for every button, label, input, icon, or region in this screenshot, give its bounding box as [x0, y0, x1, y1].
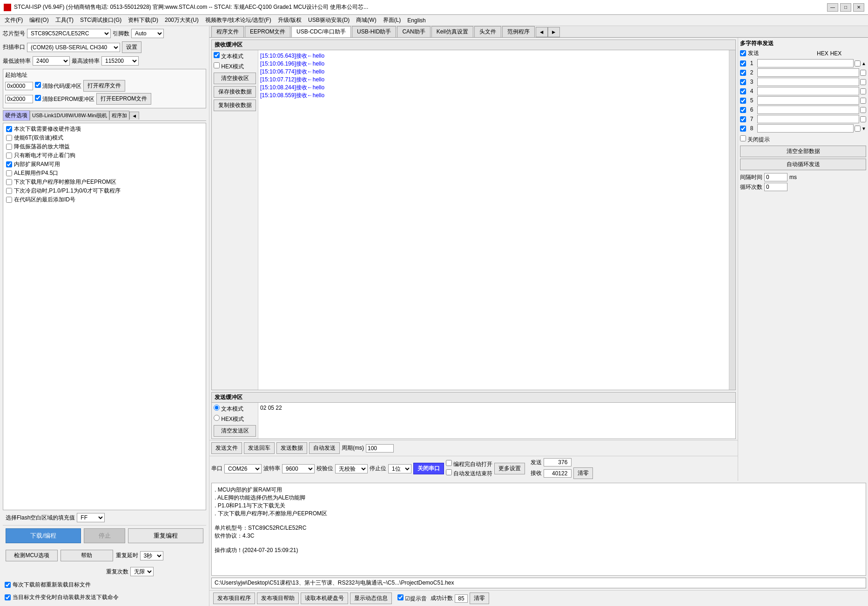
tab-can[interactable]: CAN助手 — [397, 26, 430, 37]
ms-text-3[interactable] — [757, 78, 859, 86]
menu-tools[interactable]: 工具(T) — [53, 15, 76, 25]
ms-hex-3[interactable] — [860, 79, 866, 85]
recv-text-mode-checkbox[interactable] — [214, 52, 220, 58]
hint-sound-label[interactable]: ☑提示音 — [397, 594, 427, 603]
hw-tab-arrow[interactable]: ◄ — [129, 112, 139, 120]
ms-hex-7[interactable] — [860, 116, 866, 122]
clear-count-button[interactable]: 清零 — [573, 467, 593, 479]
more-settings-button[interactable]: 更多设置 — [494, 463, 525, 474]
menu-download[interactable]: 资料下载(D) — [125, 15, 161, 25]
send-hex-mode-radio[interactable] — [214, 415, 220, 421]
menu-video[interactable]: 视频教学/技术论坛/选型(F) — [202, 15, 274, 25]
ms-cb-7[interactable] — [740, 116, 746, 122]
cb-1[interactable] — [6, 135, 12, 141]
flash-fill-select[interactable]: FF — [77, 513, 105, 522]
download-button[interactable]: 下载/编程 — [6, 528, 81, 543]
open-eeprom-file-button[interactable]: 打开EEPROM文件 — [96, 93, 151, 105]
publish-help-button[interactable]: 发布项目帮助 — [257, 593, 299, 604]
clear-code-checkbox[interactable] — [35, 82, 41, 88]
interval-input[interactable] — [764, 173, 787, 181]
minimize-button[interactable]: — — [827, 3, 838, 12]
auto-loop-button[interactable]: 自动循环发送 — [740, 159, 866, 170]
open-prog-file-button[interactable]: 打开程序文件 — [83, 80, 125, 92]
close-button[interactable]: ✕ — [853, 3, 864, 12]
autoload-checkbox[interactable] — [5, 594, 11, 600]
parity-select[interactable]: 无校验 — [335, 464, 368, 473]
ms-hex-1[interactable] — [855, 60, 861, 67]
tab-arrow-right[interactable]: ► — [548, 27, 560, 37]
ms-cb-1[interactable] — [740, 60, 746, 67]
ms-cb-5[interactable] — [740, 98, 746, 104]
ms-text-5[interactable] — [757, 96, 859, 105]
count-select[interactable]: 无限 — [130, 567, 154, 576]
clear-recv-button[interactable]: 清空接收区 — [214, 73, 256, 84]
ms-cb-6[interactable] — [740, 107, 746, 113]
loop-count-input[interactable] — [764, 183, 787, 191]
ms-hex-2[interactable] — [860, 70, 866, 76]
cb-3[interactable] — [6, 153, 12, 159]
ms-cb-4[interactable] — [740, 88, 746, 94]
save-recv-button[interactable]: 保存接收数据 — [214, 86, 256, 98]
publish-prog-button[interactable]: 发布项目程序 — [213, 593, 255, 604]
multistr-send-all-checkbox[interactable] — [740, 50, 746, 56]
addr1-input[interactable] — [5, 82, 33, 90]
period-input[interactable] — [366, 444, 394, 453]
tab-usb-hid[interactable]: USB-HID助手 — [352, 26, 396, 37]
ms-text-6[interactable] — [757, 106, 859, 114]
menu-stc-debug[interactable]: STC调试接口(G) — [77, 15, 124, 25]
min-baud-select[interactable]: 2400 — [33, 56, 70, 66]
auto-send-end-label[interactable]: 自动发送结束符 — [446, 469, 492, 478]
restore-button[interactable]: □ — [840, 3, 851, 12]
menu-program[interactable]: 编程(O) — [27, 15, 51, 25]
menu-upgrade[interactable]: 升级/版权 — [275, 15, 304, 25]
send-text-mode-label[interactable]: 文本模式 — [214, 405, 256, 413]
ms-cb-8[interactable] — [740, 126, 746, 132]
ms-hex-4[interactable] — [860, 88, 866, 94]
clear-all-button[interactable]: 清空全部数据 — [740, 146, 866, 157]
chip-select[interactable]: STC89C52RC/LE52RC — [27, 29, 111, 38]
tab-eeprom-file[interactable]: EEPROM文件 — [245, 26, 290, 37]
tab-program-file[interactable]: 程序文件 — [211, 26, 244, 37]
recv-text-mode-label[interactable]: 文本模式 — [214, 52, 256, 60]
clear-send-button[interactable]: 清空发送区 — [214, 425, 256, 437]
show-dynamic-button[interactable]: 显示动态信息 — [350, 593, 392, 604]
settings-button[interactable]: 设置 — [122, 41, 141, 53]
cb-6[interactable] — [6, 179, 12, 185]
hw-options-tab2[interactable]: 程序加 — [109, 111, 129, 120]
cb-4[interactable] — [6, 161, 12, 167]
cb-2[interactable] — [6, 144, 12, 150]
addr2-input[interactable] — [5, 95, 33, 103]
pin-select[interactable]: Auto — [131, 29, 164, 38]
recv-hex-mode-label[interactable]: HEX模式 — [214, 62, 256, 71]
ms-hex-6[interactable] — [860, 107, 866, 113]
clear-count2-button[interactable]: 清零 — [470, 593, 489, 604]
baud-rate-select[interactable]: 9600 — [282, 464, 315, 473]
clear-eeprom-checkbox[interactable] — [35, 95, 41, 101]
cb-0[interactable] — [6, 126, 12, 132]
ms-hex-8[interactable] — [855, 126, 861, 132]
tab-header[interactable]: 头文件 — [474, 26, 501, 37]
tab-usb-cdc[interactable]: USB-CDC/串口助手 — [291, 26, 351, 37]
port-select[interactable]: (COM26) USB-SERIAL CH340 — [27, 43, 120, 52]
ms-hex-5[interactable] — [860, 98, 866, 104]
detect-mcu-button[interactable]: 检测MCU选项 — [6, 550, 58, 561]
hint-sound-checkbox[interactable] — [397, 594, 404, 600]
cb-8[interactable] — [6, 197, 12, 203]
ms-text-8[interactable] — [757, 124, 854, 133]
ms-cb-3[interactable] — [740, 79, 746, 85]
auto-send-end-checkbox[interactable] — [446, 469, 452, 475]
tab-arrow-left[interactable]: ◄ — [536, 27, 548, 37]
stop-select[interactable]: 1位 — [388, 464, 411, 473]
menu-usb-driver[interactable]: USB驱动安装(D) — [305, 15, 352, 25]
help-button[interactable]: 帮助 — [61, 550, 113, 561]
cb-7[interactable] — [6, 188, 12, 194]
auto-send-button[interactable]: 自动发送 — [309, 442, 340, 454]
auto-open-label[interactable]: 编程完自动打开 — [446, 460, 492, 468]
menu-file[interactable]: 文件(F) — [2, 15, 26, 25]
max-baud-select[interactable]: 115200 — [101, 56, 139, 66]
ms-cb-2[interactable] — [740, 70, 746, 76]
delay-select[interactable]: 3秒 — [140, 551, 163, 560]
tab-example[interactable]: 范例程序 — [502, 26, 535, 37]
close-hint-label[interactable]: 关闭提示 — [740, 135, 866, 144]
copy-recv-button[interactable]: 复制接收数据 — [214, 100, 256, 111]
